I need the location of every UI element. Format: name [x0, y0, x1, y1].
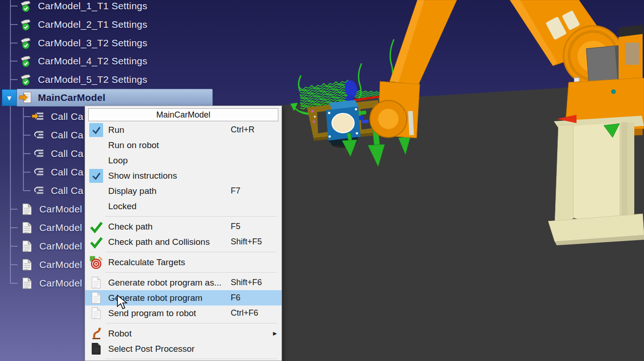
document-icon — [20, 276, 34, 290]
call-program-icon — [31, 165, 45, 179]
menu-item-icon-select-post-processor — [87, 342, 105, 355]
tree-item-label: CarModel — [39, 204, 82, 215]
menu-item-select-post-processor[interactable]: Select Post Processor — [85, 341, 282, 356]
menu-item-generate-robot-program[interactable]: Generate robot program F6 — [85, 290, 282, 305]
tree-item-settings-4[interactable]: CarModel_4_T2 Settings — [18, 52, 147, 70]
tree-item-label: CarModel_5_T2 Settings — [38, 74, 147, 85]
target-icon — [90, 256, 103, 269]
menu-separator — [105, 359, 277, 359]
tree-item-label: Call Ca — [51, 148, 83, 159]
tree-item-settings-2[interactable]: CarModel_2_T1 Settings — [18, 15, 147, 34]
settings-check-icon — [18, 36, 32, 50]
menu-item-check-path[interactable]: Check path F5 — [85, 219, 282, 234]
document-icon — [91, 292, 101, 304]
context-menu-title: MainCarModel — [88, 108, 278, 121]
menu-item-run[interactable]: Run Ctrl+R — [85, 122, 282, 137]
menu-separator — [105, 216, 277, 217]
menu-item-shortcut-generate-robot-program: F6 — [231, 293, 270, 303]
checkmark-icon — [89, 169, 103, 183]
menu-separator — [105, 252, 277, 252]
mouse-cursor — [117, 294, 130, 311]
tree-item-label: MainCarModel — [38, 92, 105, 103]
menu-item-shortcut-generate-robot-program-as: Shift+F6 — [231, 278, 270, 287]
menu-item-recalculate-targets[interactable]: Recalculate Targets — [85, 255, 282, 270]
menu-item-send-program-to-robot[interactable]: Send program to robot Ctrl+F6 — [85, 305, 282, 321]
program-icon — [18, 91, 32, 105]
tree-item-settings-3[interactable]: CarModel_3_T2 Settings — [18, 34, 147, 52]
call-program-icon — [31, 184, 45, 198]
settings-check-icon — [18, 0, 32, 13]
call-program-icon — [31, 147, 45, 161]
menu-item-label-check-path: Check path — [105, 222, 231, 232]
menu-item-label-robot: Robot — [105, 329, 231, 339]
tree-item-label: Call Ca — [51, 130, 83, 141]
tree-item-label: Call Ca — [51, 185, 83, 196]
context-menu-items: Run Ctrl+R Run on robot Loop Show instru… — [85, 122, 282, 359]
tree-item-document-4[interactable]: CarModel — [20, 255, 82, 274]
menu-item-robot[interactable]: Robot ▶ — [85, 326, 282, 341]
menu-item-label-display-path: Display path — [105, 186, 231, 196]
tree-item-label: Call Ca — [51, 167, 83, 178]
tree-item-label: CarModel — [39, 259, 82, 270]
document-icon — [91, 307, 101, 319]
menu-item-icon-run — [87, 123, 105, 137]
checkmark-icon — [89, 123, 103, 137]
tree-item-maincarmodel[interactable]: MainCarModel — [18, 88, 105, 107]
tree-item-document-3[interactable]: CarModel — [20, 237, 82, 255]
tree-item-call-3[interactable]: Call Ca — [31, 144, 83, 163]
menu-item-locked[interactable]: Locked — [85, 199, 282, 214]
menu-item-icon-check-path — [87, 220, 105, 233]
dark-document-icon — [91, 342, 101, 355]
menu-item-label-recalculate-targets: Recalculate Targets — [105, 257, 231, 268]
menu-item-run-on-robot[interactable]: Run on robot — [85, 137, 282, 153]
tree-item-settings-5[interactable]: CarModel_5_T2 Settings — [18, 70, 147, 89]
menu-item-icon-send-program-to-robot — [87, 307, 105, 319]
menu-item-check-path-collisions[interactable]: Check path and Collisions Shift+F5 — [85, 234, 282, 249]
menu-separator — [105, 323, 277, 324]
expander-arrow-icon[interactable]: ▼ — [2, 89, 17, 106]
menu-item-display-path[interactable]: Display path F7 — [85, 183, 282, 199]
tree-item-document-1[interactable]: CarModel — [20, 200, 82, 218]
document-icon — [20, 202, 34, 216]
document-icon — [20, 221, 34, 235]
menu-item-generate-robot-program-as[interactable]: Generate robot program as... Shift+F6 — [85, 275, 282, 290]
menu-item-icon-generate-robot-program-as — [87, 276, 105, 289]
settings-check-icon — [18, 54, 32, 68]
tree-item-label: CarModel_2_T1 Settings — [38, 19, 147, 30]
menu-item-icon-robot — [87, 327, 105, 340]
tree-item-label: CarModel — [39, 222, 82, 233]
menu-item-label-locked: Locked — [105, 201, 231, 212]
menu-separator — [105, 272, 277, 273]
call-program-icon — [31, 128, 45, 142]
menu-item-icon-recalculate-targets — [87, 256, 105, 269]
context-menu: MainCarModel Run Ctrl+R Run on robot Loo… — [85, 106, 282, 361]
tree-item-label: CarModel — [39, 278, 82, 289]
green-check-icon — [89, 220, 103, 233]
menu-item-shortcut-send-program-to-robot: Ctrl+F6 — [231, 308, 270, 318]
tree-item-call-1[interactable]: Call Ca — [31, 107, 83, 126]
tree-item-document-2[interactable]: CarModel — [20, 218, 82, 237]
tree-item-label: CarModel_1_T1 Settings — [38, 0, 147, 12]
robot-pedestal[interactable] — [548, 116, 644, 245]
document-icon — [91, 276, 101, 289]
tree-item-document-5[interactable]: CarModel — [20, 274, 82, 293]
tree-item-settings-1[interactable]: CarModel_1_T1 Settings — [18, 0, 147, 15]
menu-item-label-run-on-robot: Run on robot — [105, 140, 231, 150]
document-icon — [20, 258, 34, 272]
tree-item-call-4[interactable]: Call Ca — [31, 163, 83, 181]
settings-check-icon — [18, 18, 32, 31]
document-icon — [20, 239, 34, 253]
menu-item-icon-generate-robot-program — [87, 292, 105, 304]
menu-item-label-show-instructions: Show instructions — [105, 171, 231, 181]
call-program-icon — [31, 110, 45, 124]
menu-item-shortcut-display-path: F7 — [231, 186, 270, 196]
menu-item-show-instructions[interactable]: Show instructions — [85, 168, 282, 183]
submenu-arrow-icon: ▶ — [270, 330, 277, 336]
tree-item-label: Call Ca — [51, 111, 83, 122]
menu-item-loop[interactable]: Loop — [85, 153, 282, 168]
menu-item-icon-show-instructions — [87, 169, 105, 183]
tree-item-call-5[interactable]: Call Ca — [31, 181, 83, 200]
tree-item-call-2[interactable]: Call Ca — [31, 126, 83, 144]
robot-icon — [91, 327, 102, 340]
tree-item-label: CarModel_4_T2 Settings — [38, 56, 147, 67]
